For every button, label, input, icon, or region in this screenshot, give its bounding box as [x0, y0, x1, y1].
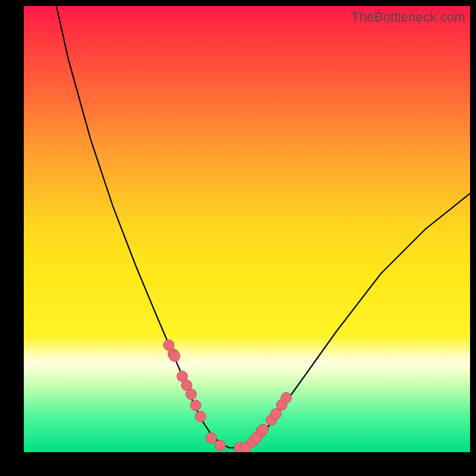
- marker-group: [164, 340, 292, 452]
- marker-point: [195, 411, 206, 422]
- marker-point: [215, 440, 226, 451]
- chart-svg: [24, 6, 470, 452]
- marker-point: [281, 393, 292, 403]
- plot-area: TheBottleneck.com: [24, 6, 470, 452]
- marker-point: [186, 389, 196, 400]
- marker-point: [258, 424, 268, 435]
- marker-point: [206, 433, 217, 443]
- bottleneck-curve: [57, 6, 470, 448]
- marker-point: [170, 351, 180, 362]
- chart-container: TheBottleneck.com: [0, 0, 476, 476]
- marker-point: [190, 400, 201, 411]
